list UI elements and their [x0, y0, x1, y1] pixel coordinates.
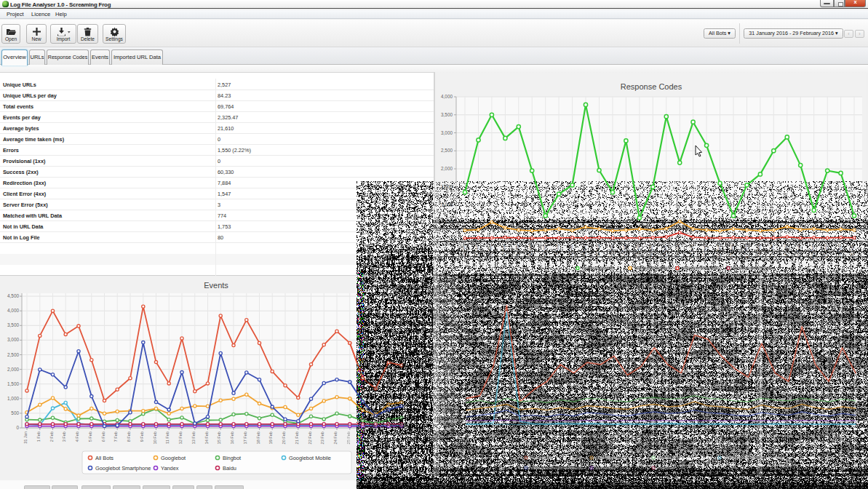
svg-text:1,000: 1,000: [441, 389, 453, 394]
svg-text:1,000: 1,000: [441, 202, 453, 207]
svg-text:6 Feb: 6 Feb: [542, 244, 546, 255]
svg-text:4,000: 4,000: [441, 281, 453, 286]
svg-text:12 Feb: 12 Feb: [178, 432, 183, 444]
svg-text:4,500: 4,500: [7, 293, 19, 298]
svg-text:19 Feb: 19 Feb: [268, 432, 273, 444]
svg-text:20 Feb: 20 Feb: [730, 244, 734, 258]
svg-text:31 Jan: 31 Jan: [461, 244, 466, 258]
svg-text:14 Feb: 14 Feb: [204, 432, 209, 444]
svg-text:17 Feb: 17 Feb: [243, 432, 247, 444]
svg-text:2,500: 2,500: [441, 148, 453, 153]
svg-text:1,500: 1,500: [441, 371, 453, 376]
svg-text:2,000: 2,000: [441, 353, 453, 358]
svg-text:500: 500: [445, 220, 453, 225]
svg-text:7 Feb: 7 Feb: [114, 432, 118, 442]
svg-text:4,000: 4,000: [441, 94, 453, 99]
svg-text:13 Feb: 13 Feb: [191, 432, 196, 444]
svg-text:9 Feb: 9 Feb: [140, 432, 144, 442]
svg-text:27 Feb: 27 Feb: [824, 244, 828, 258]
svg-text:2,000: 2,000: [441, 166, 453, 171]
svg-text:21 Feb: 21 Feb: [744, 244, 748, 258]
svg-text:18 Feb: 18 Feb: [256, 432, 260, 444]
svg-text:4,000: 4,000: [7, 308, 19, 313]
svg-text:4 Feb: 4 Feb: [75, 432, 79, 442]
svg-text:1,500: 1,500: [441, 184, 453, 189]
svg-text:2,500: 2,500: [441, 335, 453, 340]
svg-text:Response Codes: Response Codes: [621, 82, 682, 91]
svg-text:6 Feb: 6 Feb: [101, 432, 105, 442]
svg-text:14 Feb: 14 Feb: [649, 244, 653, 258]
svg-text:Baidu: Baidu: [223, 465, 236, 472]
svg-text:23 Feb: 23 Feb: [770, 244, 774, 258]
svg-text:Bingbot: Bingbot: [223, 455, 241, 461]
svg-text:7 Feb: 7 Feb: [555, 244, 560, 255]
svg-text:2 Feb: 2 Feb: [49, 432, 54, 442]
svg-text:1 Feb: 1 Feb: [475, 244, 479, 255]
svg-text:0: 0: [16, 425, 19, 430]
svg-text:500: 500: [11, 410, 19, 416]
svg-text:8 Feb: 8 Feb: [127, 432, 131, 442]
svg-text:25 Feb: 25 Feb: [797, 244, 801, 258]
svg-text:1 Feb: 1 Feb: [36, 432, 41, 442]
svg-text:5 Feb: 5 Feb: [88, 432, 92, 442]
svg-text:3,500: 3,500: [441, 299, 453, 304]
svg-text:3,000: 3,000: [7, 337, 19, 342]
svg-text:15 Feb: 15 Feb: [217, 432, 221, 444]
svg-text:2 Feb: 2 Feb: [488, 244, 493, 255]
svg-text:Googlebot: Googlebot: [161, 455, 186, 461]
svg-text:20 Feb: 20 Feb: [282, 432, 286, 444]
svg-text:5 Feb: 5 Feb: [528, 244, 533, 255]
svg-text:1,000: 1,000: [7, 396, 19, 401]
svg-text:22 Feb: 22 Feb: [308, 432, 312, 444]
svg-text:Yandex: Yandex: [161, 465, 179, 472]
svg-text:3,000: 3,000: [441, 130, 453, 135]
svg-text:19 Feb: 19 Feb: [717, 244, 721, 258]
svg-text:0: 0: [450, 425, 453, 430]
svg-text:3 Feb: 3 Feb: [501, 244, 506, 255]
svg-text:28 Feb: 28 Feb: [837, 244, 842, 258]
svg-text:13 Feb: 13 Feb: [636, 244, 640, 258]
svg-text:31 Jan: 31 Jan: [23, 432, 28, 444]
svg-text:2,500: 2,500: [7, 352, 19, 357]
svg-text:500: 500: [445, 407, 453, 412]
svg-text:All Bots: All Bots: [95, 455, 114, 461]
svg-text:22 Feb: 22 Feb: [757, 244, 761, 258]
svg-text:0: 0: [450, 238, 453, 243]
svg-text:12 Feb: 12 Feb: [622, 244, 626, 258]
svg-text:3,500: 3,500: [441, 112, 453, 117]
svg-text:16 Feb: 16 Feb: [230, 432, 234, 444]
svg-text:10 Feb: 10 Feb: [153, 432, 157, 444]
svg-text:1,500: 1,500: [7, 381, 19, 386]
svg-text:18 Feb: 18 Feb: [703, 244, 707, 258]
svg-text:2,000: 2,000: [7, 367, 19, 372]
svg-text:29 Feb: 29 Feb: [851, 244, 855, 258]
svg-text:9 Feb: 9 Feb: [582, 244, 586, 255]
svg-text:15 Feb: 15 Feb: [663, 244, 667, 258]
svg-text:17 Feb: 17 Feb: [690, 244, 694, 258]
svg-text:Googlebot Mobile: Googlebot Mobile: [289, 455, 331, 461]
svg-text:Events: Events: [204, 281, 228, 290]
svg-text:21 Feb: 21 Feb: [295, 432, 299, 444]
svg-text:Googlebot Smartphone: Googlebot Smartphone: [95, 465, 151, 472]
svg-text:3 Feb: 3 Feb: [62, 432, 66, 442]
svg-text:16 Feb: 16 Feb: [676, 244, 680, 258]
svg-text:23 Feb: 23 Feb: [320, 432, 324, 444]
svg-text:25 Feb: 25 Feb: [346, 432, 351, 444]
svg-text:26 Feb: 26 Feb: [811, 244, 815, 258]
svg-text:8 Feb: 8 Feb: [569, 244, 573, 255]
svg-text:4 Feb: 4 Feb: [515, 244, 519, 255]
svg-text:24 Feb: 24 Feb: [333, 432, 338, 444]
svg-text:24 Feb: 24 Feb: [784, 244, 788, 258]
svg-text:3,500: 3,500: [7, 322, 19, 327]
svg-text:11 Feb: 11 Feb: [609, 244, 613, 258]
svg-text:10 Feb: 10 Feb: [596, 244, 600, 258]
svg-text:11 Feb: 11 Feb: [165, 432, 170, 444]
svg-text:3,000: 3,000: [441, 317, 453, 322]
